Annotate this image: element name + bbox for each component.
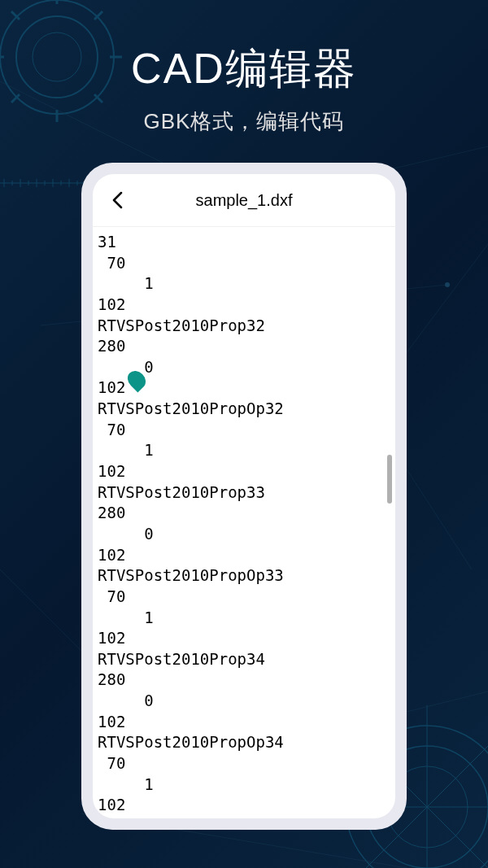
code-line[interactable]: 70 <box>98 753 390 774</box>
code-line[interactable]: 70 <box>98 587 390 608</box>
code-line[interactable]: 0 <box>98 691 390 712</box>
code-line[interactable]: 1 <box>98 273 390 294</box>
promo-subtitle: GBK格式，编辑代码 <box>0 107 488 136</box>
scrollbar-thumb[interactable] <box>387 455 392 504</box>
code-line[interactable]: 1 <box>98 608 390 629</box>
code-line[interactable]: 0 <box>98 524 390 545</box>
code-line[interactable]: 280 <box>98 336 390 357</box>
code-line[interactable]: 102 <box>98 294 390 316</box>
code-line[interactable]: RTVSPost2010PropOp32 <box>98 399 390 420</box>
app-header: sample_1.dxf <box>93 174 395 227</box>
code-line[interactable]: 102 <box>98 628 390 649</box>
code-line[interactable]: 280 <box>98 503 390 524</box>
svg-point-28 <box>445 282 450 287</box>
code-line[interactable]: 31 <box>98 232 390 253</box>
phone-mockup-frame: sample_1.dxf 31 70 1102RTVSPost2010Prop3… <box>81 163 407 830</box>
code-line[interactable]: 70 <box>98 253 390 274</box>
code-line[interactable]: 1 <box>98 774 390 796</box>
promo-header: CAD编辑器 GBK格式，编辑代码 <box>0 0 488 136</box>
code-line[interactable]: RTVSPost2010Prop33 <box>98 482 390 504</box>
code-line[interactable]: 102 <box>98 545 390 566</box>
code-line[interactable]: RTVSPost2010PropOp33 <box>98 565 390 587</box>
code-editor-area[interactable]: 31 70 1102RTVSPost2010Prop32280 0102RTVS… <box>93 227 395 818</box>
code-line[interactable]: RTVSPost2010PropOp34 <box>98 732 390 753</box>
code-line[interactable]: 102 <box>98 461 390 482</box>
code-line[interactable]: 70 <box>98 420 390 441</box>
code-line[interactable]: 280 <box>98 670 390 691</box>
code-line[interactable]: 1 <box>98 440 390 461</box>
code-line[interactable]: 102 <box>98 795 390 816</box>
code-line[interactable]: RTVSPost2010Prop32 <box>98 316 390 337</box>
code-line[interactable]: 102 <box>98 712 390 733</box>
promo-title: CAD编辑器 <box>0 41 488 98</box>
code-line[interactable]: RTVSPost2010Prop34 <box>98 649 390 670</box>
file-name-label: sample_1.dxf <box>106 191 382 210</box>
phone-screen: sample_1.dxf 31 70 1102RTVSPost2010Prop3… <box>93 174 395 818</box>
